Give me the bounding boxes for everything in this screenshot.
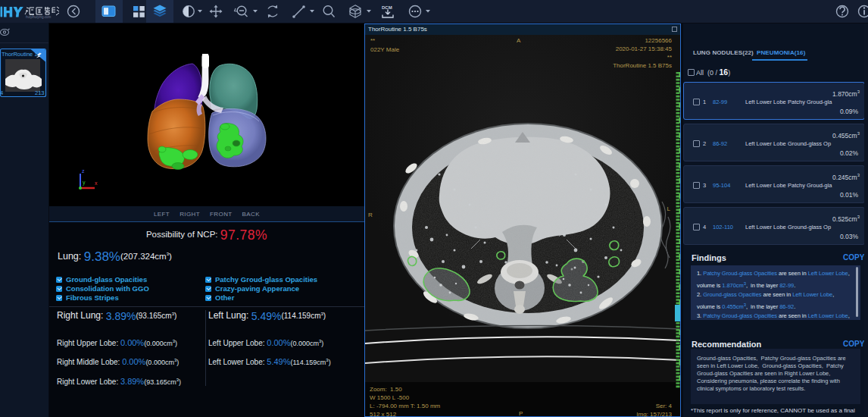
svg-text:ThorRoutine 1.: ThorRoutine 1. <box>2 51 39 58</box>
svg-text:huiyihuiying.com: huiyihuiying.com <box>26 15 52 19</box>
svg-text:213: 213 <box>35 89 45 96</box>
svg-text:x: x <box>95 180 98 186</box>
svg-text:DCM: DCM <box>382 5 392 10</box>
svg-text:z: z <box>82 168 85 174</box>
svg-text:4: 4 <box>0 89 3 96</box>
svg-text:y: y <box>83 180 86 186</box>
